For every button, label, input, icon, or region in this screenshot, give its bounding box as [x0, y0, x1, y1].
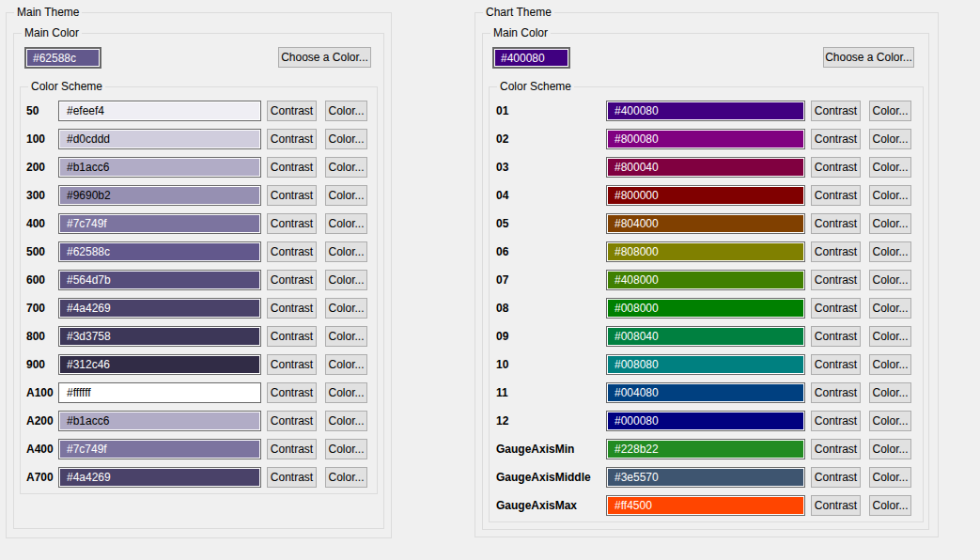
main-theme-group: Main Theme Main Color #62588c Choose a C… [6, 12, 392, 538]
color-button[interactable]: Color... [869, 129, 911, 149]
color-swatch: #b1acc6 [58, 157, 261, 178]
color-button[interactable]: Color... [325, 354, 367, 375]
color-button[interactable]: Color... [869, 382, 911, 403]
color-button[interactable]: Color... [325, 467, 367, 488]
contrast-button[interactable]: Contrast [811, 129, 861, 149]
color-button[interactable]: Color... [325, 213, 367, 234]
contrast-button[interactable]: Contrast [811, 326, 861, 347]
color-swatch: #9690b2 [58, 185, 261, 206]
color-swatch: #800080 [606, 129, 805, 149]
color-button[interactable]: Color... [869, 495, 911, 516]
color-hex-value: #800040 [614, 161, 659, 174]
color-button[interactable]: Color... [869, 270, 911, 290]
contrast-button[interactable]: Contrast [811, 354, 861, 375]
color-button[interactable]: Color... [869, 411, 911, 431]
color-button[interactable]: Color... [325, 298, 367, 319]
color-swatch: #228b22 [606, 439, 805, 459]
scheme-key-label: 12 [496, 414, 606, 428]
color-swatch: #3e5570 [606, 467, 805, 488]
scheme-key-label: 200 [26, 161, 58, 174]
color-button[interactable]: Color... [869, 241, 911, 262]
contrast-button[interactable]: Contrast [267, 101, 317, 121]
color-button[interactable]: Color... [869, 354, 911, 375]
contrast-button[interactable]: Contrast [267, 326, 317, 347]
color-button[interactable]: Color... [325, 185, 367, 206]
color-button[interactable]: Color... [325, 439, 367, 459]
scheme-key-label: GaugeAxisMiddle [496, 471, 606, 484]
contrast-button[interactable]: Contrast [267, 382, 317, 403]
scheme-key-label: A200 [26, 414, 58, 428]
color-hex-value: #000080 [614, 414, 659, 428]
contrast-button[interactable]: Contrast [267, 270, 317, 290]
color-button[interactable]: Color... [869, 326, 911, 347]
contrast-button[interactable]: Contrast [267, 213, 317, 234]
color-scheme-row: 300 #9690b2 Contrast Color... [26, 185, 377, 206]
contrast-button[interactable]: Contrast [811, 270, 861, 290]
contrast-button[interactable]: Contrast [811, 411, 861, 431]
color-hex-value: #3e5570 [614, 471, 659, 484]
contrast-button[interactable]: Contrast [267, 241, 317, 262]
color-button[interactable]: Color... [325, 129, 367, 149]
color-button[interactable]: Color... [869, 157, 911, 178]
contrast-button[interactable]: Contrast [811, 213, 861, 234]
contrast-button[interactable]: Contrast [267, 354, 317, 375]
scheme-key-label: 04 [496, 189, 606, 202]
scheme-key-label: 07 [496, 273, 606, 287]
color-button[interactable]: Color... [869, 439, 911, 459]
color-hex-value: #b1acc6 [67, 161, 109, 174]
color-button[interactable]: Color... [869, 467, 911, 488]
color-hex-value: #008080 [614, 358, 659, 371]
color-button[interactable]: Color... [325, 270, 367, 290]
main-theme-color-scheme-title: Color Scheme [28, 80, 105, 94]
main-theme-main-color-group: Main Color #62588c Choose a Color... Col… [13, 33, 384, 529]
scheme-key-label: A700 [26, 471, 58, 484]
color-button[interactable]: Color... [869, 298, 911, 319]
chart-theme-main-color-group: Main Color #400080 Choose a Color... Col… [482, 33, 929, 530]
chart-theme-scheme-rows: 01 #400080 Contrast Color... 02 #800080 … [496, 101, 923, 523]
color-button[interactable]: Color... [325, 241, 367, 262]
color-button[interactable]: Color... [325, 101, 367, 121]
contrast-button[interactable]: Contrast [267, 129, 317, 149]
color-hex-value: #7c749f [67, 217, 107, 230]
color-button[interactable]: Color... [325, 382, 367, 403]
chart-theme-choose-color-button[interactable]: Choose a Color... [823, 47, 914, 68]
contrast-button[interactable]: Contrast [267, 467, 317, 488]
contrast-button[interactable]: Contrast [811, 241, 861, 262]
contrast-button[interactable]: Contrast [811, 467, 861, 488]
contrast-button[interactable]: Contrast [267, 185, 317, 206]
color-hex-value: #7c749f [67, 443, 107, 456]
color-button[interactable]: Color... [869, 101, 911, 121]
color-button[interactable]: Color... [869, 185, 911, 206]
main-theme-main-color-swatch: #62588c [24, 47, 101, 69]
color-swatch: #000080 [606, 411, 805, 431]
color-button[interactable]: Color... [869, 213, 911, 234]
scheme-key-label: 09 [496, 330, 606, 343]
main-theme-choose-color-button[interactable]: Choose a Color... [278, 47, 371, 68]
contrast-button[interactable]: Contrast [267, 298, 317, 319]
color-button[interactable]: Color... [325, 157, 367, 178]
scheme-key-label: 50 [26, 104, 58, 117]
color-swatch: #ffffff [58, 382, 261, 403]
contrast-button[interactable]: Contrast [811, 157, 861, 178]
color-scheme-row: 10 #008080 Contrast Color... [496, 354, 923, 375]
color-button[interactable]: Color... [325, 326, 367, 347]
chart-theme-color-scheme-group: Color Scheme 01 #400080 Contrast Color..… [489, 86, 924, 522]
color-button[interactable]: Color... [325, 411, 367, 431]
color-hex-value: #408000 [614, 273, 659, 287]
contrast-button[interactable]: Contrast [267, 439, 317, 459]
color-scheme-row: GaugeAxisMiddle #3e5570 Contrast Color..… [496, 467, 923, 488]
color-swatch: #312c46 [58, 354, 261, 375]
scheme-key-label: A100 [26, 386, 58, 399]
contrast-button[interactable]: Contrast [811, 439, 861, 459]
contrast-button[interactable]: Contrast [811, 185, 861, 206]
contrast-button[interactable]: Contrast [811, 495, 861, 516]
contrast-button[interactable]: Contrast [811, 382, 861, 403]
color-swatch: #400080 [606, 101, 805, 121]
contrast-button[interactable]: Contrast [811, 298, 861, 319]
contrast-button[interactable]: Contrast [811, 101, 861, 121]
color-swatch: #800000 [606, 185, 805, 206]
scheme-key-label: 100 [26, 132, 58, 146]
contrast-button[interactable]: Contrast [267, 411, 317, 431]
contrast-button[interactable]: Contrast [267, 157, 317, 178]
color-swatch: #4a4269 [58, 298, 261, 319]
